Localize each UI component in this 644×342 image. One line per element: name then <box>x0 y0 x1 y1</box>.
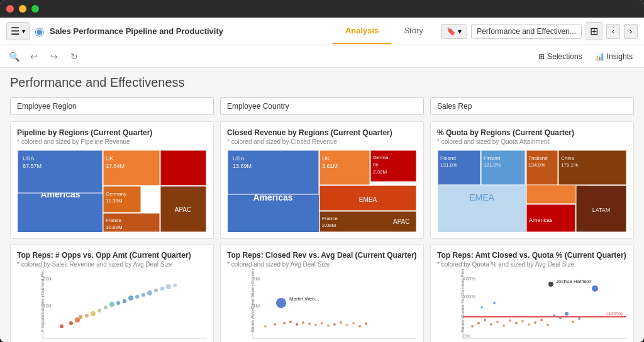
closed-revenue-treemap[interactable]: Americas USA 13.89M UK 3.61M Germa- <box>227 150 417 232</box>
quota-treemap[interactable]: EMEA Poland 131.8% Finland 121.0% APAC <box>437 150 627 232</box>
svg-point-101 <box>502 324 505 327</box>
svg-point-109 <box>553 314 555 317</box>
svg-point-65 <box>276 298 286 308</box>
closed-rev-title: Top Reps: Closed Rev vs. Avg Deal (Curre… <box>227 251 417 260</box>
selections-button[interactable]: ⊞ Selections <box>533 50 587 63</box>
hamburger-icon: ☰ <box>11 25 19 37</box>
filter-employee-region[interactable]: Employee Region <box>10 97 214 115</box>
bookmark-button[interactable]: 🔖 ▾ <box>441 24 467 39</box>
svg-point-46 <box>104 306 108 309</box>
nav-next-button[interactable]: › <box>624 24 638 39</box>
svg-text:Martin Web...: Martin Web... <box>289 296 319 302</box>
closed-rev-subtitle: * colored and sized by Avg Deal Size <box>227 261 417 268</box>
svg-point-55 <box>160 287 164 290</box>
svg-point-115 <box>493 302 496 304</box>
svg-point-105 <box>528 323 530 326</box>
app-window: ☰ ▾ ◉ Sales Performance Pipeline and Pro… <box>0 0 644 342</box>
svg-point-112 <box>572 321 574 323</box>
insights-label: Insights <box>607 52 633 61</box>
closed-revenue-title: Closed Revenue by Regions (Current Quart… <box>227 128 417 137</box>
report-name-display: Performance and Effectiven... <box>471 24 582 39</box>
svg-text:11.36M: 11.36M <box>106 198 123 204</box>
svg-text:APAC: APAC <box>393 218 410 225</box>
quota-closed-scatter-wrapper: Sales Quota % (Current Peri... (100%) 40… <box>462 273 627 341</box>
minimize-btn[interactable] <box>19 5 26 13</box>
undo-icon[interactable]: ↩ <box>26 49 42 64</box>
svg-point-110 <box>559 317 562 319</box>
svg-text:Germany: Germany <box>106 191 126 197</box>
nav-prev-button[interactable]: ‹ <box>606 24 620 39</box>
opps-y-axis-label: # Opportunities (Current Pe... <box>40 282 45 333</box>
svg-text:Germa-: Germa- <box>373 155 390 160</box>
nav-right: 🔖 ▾ Performance and Effectiven... ⊞ ‹ › <box>441 22 638 40</box>
svg-point-45 <box>97 309 101 312</box>
app-title: Sales Performance Pipeline and Productiv… <box>50 26 328 36</box>
maximize-btn[interactable] <box>31 5 39 13</box>
svg-text:Poland: Poland <box>440 155 456 161</box>
svg-point-54 <box>154 289 158 292</box>
dashboard-container: Employee Region Employee Country Sales R… <box>10 97 634 342</box>
pipeline-treemap[interactable]: Americas USA 67.57M UK 17.64M Germany <box>17 150 207 232</box>
svg-point-52 <box>142 293 145 297</box>
svg-text:Thailand: Thailand <box>528 155 548 161</box>
closed-rev-scatter-svg: 2M 1M Martin Web... <box>252 273 417 339</box>
svg-point-73 <box>308 323 311 325</box>
svg-text:USA: USA <box>23 155 35 162</box>
tab-analysis[interactable]: Analysis <box>333 18 391 44</box>
closed-rev-y-axis-label: Sales Avg Deal Size (Curren... <box>250 282 255 333</box>
app-logo: ◉ <box>35 25 45 38</box>
closed-revenue-svg: Americas USA 13.89M UK 3.61M Germa- <box>227 150 417 232</box>
opps-subtitle: * colored by Sales Revenue and sized by … <box>17 261 207 268</box>
svg-point-114 <box>480 306 483 309</box>
zoom-icon[interactable]: 🔍 <box>6 49 21 64</box>
selections-label: Selections <box>547 52 582 61</box>
svg-point-76 <box>327 324 330 327</box>
svg-text:179.1%: 179.1% <box>561 162 578 168</box>
svg-point-70 <box>289 321 292 323</box>
svg-point-104 <box>521 320 524 323</box>
quota-svg: EMEA Poland 131.8% Finland 121.0% APAC <box>437 150 627 232</box>
refresh-icon[interactable]: ↻ <box>67 49 82 64</box>
svg-point-77 <box>333 323 336 326</box>
svg-point-72 <box>302 321 304 324</box>
quota-regions-chart: % Quota by Regions (Current Quarter) * c… <box>430 121 634 239</box>
insights-chart-icon: 📊 <box>595 52 604 61</box>
svg-point-68 <box>274 323 276 326</box>
svg-point-71 <box>296 323 298 326</box>
svg-text:131.8%: 131.8% <box>440 162 457 168</box>
svg-point-43 <box>85 314 89 317</box>
svg-point-80 <box>352 322 355 324</box>
svg-point-107 <box>540 319 543 321</box>
pipeline-subtitle: * colored and sized by Pipeline Revenue <box>17 138 207 145</box>
svg-point-100 <box>496 321 499 323</box>
svg-point-42 <box>79 315 82 319</box>
svg-text:(100%): (100%) <box>606 311 623 316</box>
insights-button[interactable]: 📊 Insights <box>590 50 638 63</box>
redo-icon[interactable]: ↪ <box>47 49 62 64</box>
svg-point-96 <box>471 325 474 328</box>
svg-text:0%: 0% <box>463 333 470 339</box>
svg-point-47 <box>109 302 114 307</box>
svg-point-98 <box>484 319 486 321</box>
closed-revenue-subtitle: * colored and sized by Closed Revenue <box>227 138 417 145</box>
svg-point-108 <box>547 324 549 326</box>
svg-point-78 <box>340 321 342 324</box>
tab-story[interactable]: Story <box>391 18 435 44</box>
filter-employee-country[interactable]: Employee Country <box>220 97 424 115</box>
svg-text:67.57M: 67.57M <box>23 163 42 169</box>
svg-point-93 <box>548 282 553 287</box>
filter-sales-rep[interactable]: Sales Rep <box>430 97 634 115</box>
svg-text:121.0%: 121.0% <box>484 162 501 168</box>
svg-point-99 <box>490 323 492 326</box>
menu-button[interactable]: ☰ ▾ <box>6 22 30 40</box>
present-button[interactable]: ⊞ <box>586 22 602 40</box>
svg-point-103 <box>515 322 518 324</box>
svg-text:UK: UK <box>106 155 114 162</box>
svg-text:ny: ny <box>373 162 378 167</box>
closed-revenue-chart: Closed Revenue by Regions (Current Quart… <box>220 121 424 239</box>
close-btn[interactable] <box>6 5 14 13</box>
svg-point-49 <box>123 299 126 303</box>
quota-title: % Quota by Regions (Current Quarter) <box>437 128 627 137</box>
svg-point-48 <box>116 301 120 305</box>
svg-point-79 <box>346 324 348 326</box>
